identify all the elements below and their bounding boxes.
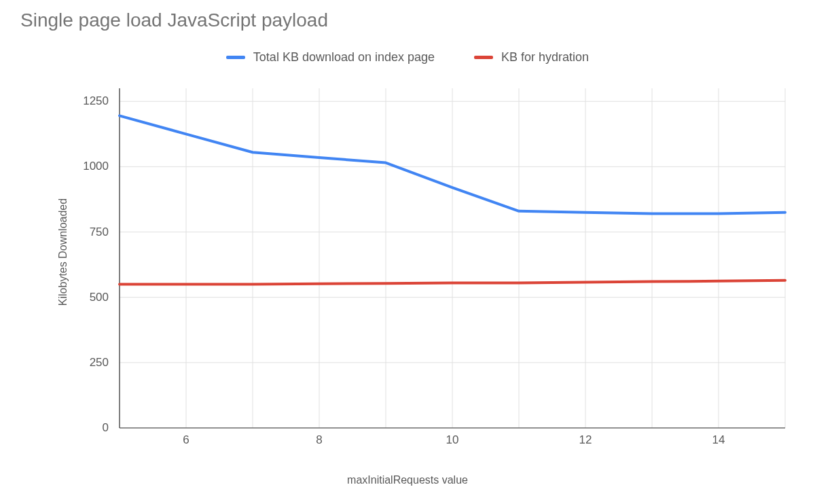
plot-wrap: 025050075010001250 68101214 <box>73 88 793 442</box>
x-tick-label: 14 <box>712 433 725 447</box>
y-tick-label: 750 <box>68 226 109 239</box>
legend-swatch-0 <box>226 56 245 59</box>
x-tick-label: 6 <box>183 433 189 447</box>
plot-area <box>120 88 785 428</box>
plot-svg <box>120 88 785 428</box>
x-axis-ticks: 68101214 <box>120 433 785 452</box>
chart-container: Single page load JavaScript payload Tota… <box>0 0 815 504</box>
legend-item-1: KB for hydration <box>474 50 589 65</box>
legend-item-0: Total KB download on index page <box>226 50 435 65</box>
y-tick-label: 500 <box>68 291 109 304</box>
x-tick-label: 8 <box>316 433 322 447</box>
legend-label-0: Total KB download on index page <box>253 50 435 65</box>
legend-label-1: KB for hydration <box>501 50 589 65</box>
y-tick-label: 1000 <box>68 160 109 173</box>
y-tick-label: 1250 <box>68 94 109 108</box>
legend-swatch-1 <box>474 56 493 59</box>
legend: Total KB download on index page KB for h… <box>0 50 815 65</box>
x-tick-label: 12 <box>579 433 592 447</box>
y-axis-ticks: 025050075010001250 <box>73 88 114 428</box>
y-axis-label: Kilobytes Downloaded <box>57 198 69 306</box>
chart-title: Single page load JavaScript payload <box>20 10 328 31</box>
y-tick-label: 250 <box>68 356 109 370</box>
x-tick-label: 10 <box>446 433 459 447</box>
x-axis-label: maxInitialRequests value <box>0 474 815 486</box>
y-tick-label: 0 <box>68 421 109 435</box>
